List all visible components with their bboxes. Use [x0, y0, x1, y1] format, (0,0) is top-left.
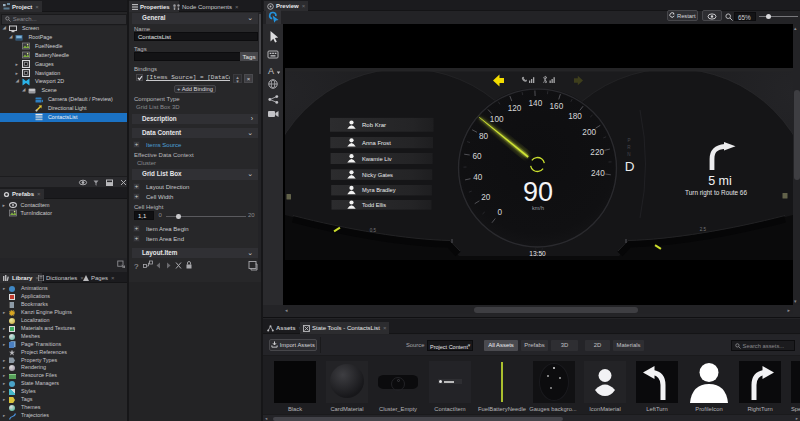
- svg-text:160: 160: [550, 102, 564, 111]
- svg-text:200: 200: [582, 128, 596, 137]
- svg-text:?: ?: [134, 262, 139, 271]
- svg-text:Anna Frost: Anna Frost: [362, 140, 391, 146]
- svg-text:Turn right to Route 66: Turn right to Route 66: [685, 189, 747, 197]
- svg-text:km/h: km/h: [532, 205, 544, 211]
- svg-text:0.5: 0.5: [370, 228, 377, 233]
- svg-text:0: 0: [498, 208, 503, 217]
- svg-text:60: 60: [473, 152, 483, 161]
- svg-text:Rob Krar: Rob Krar: [362, 122, 386, 128]
- svg-text:5 mi: 5 mi: [708, 174, 732, 188]
- svg-text:Myra Bradley: Myra Bradley: [362, 187, 396, 193]
- svg-text:140: 140: [529, 99, 543, 108]
- svg-text:2.5: 2.5: [700, 227, 707, 232]
- svg-text:80: 80: [479, 132, 489, 141]
- svg-text:Kwamie Liv: Kwamie Liv: [362, 156, 392, 162]
- svg-text:40: 40: [473, 173, 483, 182]
- svg-text:180: 180: [568, 112, 582, 121]
- svg-text:120: 120: [508, 104, 522, 113]
- svg-text:13:50: 13:50: [529, 250, 546, 257]
- svg-text:D: D: [625, 159, 635, 174]
- svg-text:Todd Ellis: Todd Ellis: [362, 202, 386, 208]
- svg-text:Nicky Gates: Nicky Gates: [362, 172, 393, 178]
- svg-text:P: P: [627, 138, 630, 143]
- svg-text:90: 90: [523, 177, 553, 207]
- svg-text:240: 240: [591, 169, 605, 178]
- svg-text:20: 20: [481, 193, 491, 202]
- svg-text:220: 220: [590, 148, 604, 157]
- svg-text:A: A: [268, 66, 274, 76]
- svg-text:N: N: [627, 152, 630, 157]
- svg-text:100: 100: [490, 115, 504, 124]
